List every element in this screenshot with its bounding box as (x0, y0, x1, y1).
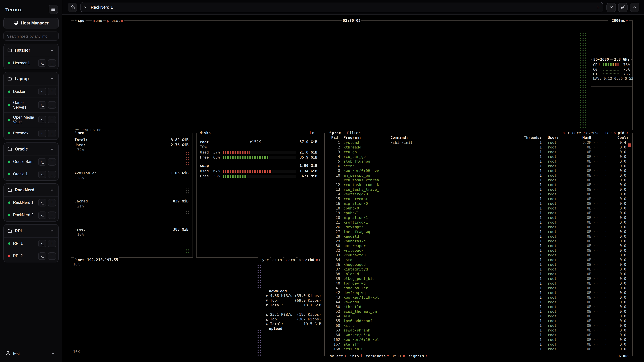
folder-header[interactable]: Hetzner (4, 44, 58, 57)
process-row[interactable]: 41edac-poller1root0B·····0.0 (327, 286, 631, 291)
tab-close-button[interactable]: × (597, 5, 600, 9)
folder-header[interactable]: Oracle (4, 143, 58, 155)
net-sync-toggle[interactable]: sync (258, 257, 270, 263)
host-menu-button[interactable]: ⋮ (48, 158, 56, 165)
process-row[interactable]: 28kauditd1root0B·····0.0 (327, 234, 631, 239)
process-row[interactable]: 44kswapd01root0B·····0.0 (327, 300, 631, 305)
process-row[interactable]: 34ksmd1root0B·····0.0 (327, 258, 631, 263)
process-row[interactable]: 40tpm_dev_wq1root0B·····0.0 (327, 281, 631, 286)
open-terminal-button[interactable]: >_ (38, 116, 46, 123)
btop-menu-button[interactable]: menu (92, 18, 103, 23)
process-row[interactable]: 43kworker/1:1H-kbl1root0B·····0.0 (327, 295, 631, 300)
process-row[interactable]: 54mld1root0B·····0.0 (327, 314, 631, 319)
proc-footer-item[interactable]: terminatet (366, 354, 389, 359)
process-row[interactable]: 10mm_percpu_wq1root0B·····0.0 (327, 173, 631, 178)
process-row[interactable]: 29khungtaskd1root0B·····0.0 (327, 239, 631, 244)
process-row[interactable]: 11rcu_tasks_kthrea1root0B·····0.0 (327, 178, 631, 183)
host-manager-button[interactable]: Host Manager (3, 18, 59, 28)
process-row[interactable]: 13rcu_tasks_trace_1root0B·····0.0 (327, 187, 631, 192)
folder-collapse-button[interactable] (48, 75, 56, 82)
process-row[interactable]: 167ata_sff1root0B·····0.0 (327, 342, 631, 347)
host-item[interactable]: Game Servers>_⋮ (4, 97, 58, 112)
folder-header[interactable]: Laptop (4, 72, 58, 85)
process-row[interactable]: 2kthreadd1root0B·····0.0 (327, 145, 631, 150)
process-row[interactable]: 168scsi_eh_01root0B·····0.0 (327, 347, 631, 351)
process-row[interactable]: 38kblockd1root0B·····0.0 (327, 272, 631, 277)
host-menu-button[interactable]: ⋮ (48, 88, 56, 95)
ssh-keys-button[interactable] (618, 2, 628, 12)
home-button[interactable] (68, 2, 77, 12)
host-menu-button[interactable]: ⋮ (48, 59, 56, 67)
host-menu-button[interactable]: ⋮ (48, 170, 56, 178)
process-row[interactable]: 55ipv6_addrconf1root0B·····0.0 (327, 319, 631, 324)
process-row[interactable]: 1systemd/sbin/init1root9.2M·····0.4 (327, 140, 631, 145)
process-row[interactable]: 64kworker/u5:01root0B·····0.0 (327, 333, 631, 338)
host-menu-button[interactable]: ⋮ (48, 252, 56, 260)
host-menu-button[interactable]: ⋮ (48, 101, 56, 109)
process-row[interactable]: 14ksoftirqd/01root0B·····0.0 (327, 192, 631, 197)
process-row[interactable]: 37kintegrityd1root0B·····0.0 (327, 267, 631, 272)
proc-reverse-toggle[interactable]: reverse (582, 130, 600, 135)
process-row[interactable]: 26kdevtmpfs1root0B·····0.0 (327, 225, 631, 230)
open-terminal-button[interactable]: >_ (38, 59, 46, 67)
host-menu-button[interactable]: ⋮ (48, 211, 56, 219)
host-menu-button[interactable]: ⋮ (48, 199, 56, 206)
process-row[interactable]: 39blkcg_punt_bio1root0B·····0.0 (327, 277, 631, 281)
folder-header[interactable]: RPI (4, 224, 58, 237)
proc-footer-item[interactable]: killk (392, 354, 405, 359)
process-row[interactable]: 6netns1root0B·····0.0 (327, 164, 631, 169)
host-item[interactable]: RackNerd 1>_⋮ (4, 196, 58, 209)
proc-filter-button[interactable]: filter (346, 130, 362, 135)
btop-preset-button[interactable]: preset● (106, 18, 124, 23)
process-row[interactable]: 33kcompactd01root0B·····0.0 (327, 253, 631, 258)
refresh-rate-control[interactable]: -2000ms+ (608, 18, 629, 23)
process-row[interactable]: 3rcu_gp1root0B·····0.0 (327, 150, 631, 155)
proc-sort-selector[interactable]: <pid> (612, 130, 630, 135)
open-terminal-button[interactable]: >_ (38, 199, 46, 206)
folder-collapse-button[interactable] (48, 46, 56, 54)
host-item[interactable]: Oracle 1>_⋮ (4, 168, 58, 180)
process-row[interactable]: 8kworker/0:0H-eve1root0B·····0.0 (327, 169, 631, 173)
tab-racknerd-1[interactable]: >_ RackNerd 1 × (80, 2, 603, 12)
net-interface-selector[interactable]: <beth0n> (298, 257, 322, 263)
process-row[interactable]: 20migration/11root0B·····0.0 (327, 216, 631, 220)
user-menu[interactable]: test (3, 347, 59, 359)
folder-header[interactable]: RackNerd (4, 184, 58, 196)
disks-io-toggle[interactable]: io (308, 130, 316, 135)
host-item[interactable]: RPI 1>_⋮ (4, 237, 58, 250)
proc-footer-item[interactable]: select↕ (330, 354, 347, 359)
folder-collapse-button[interactable] (48, 145, 56, 153)
process-row[interactable]: 12rcu_tasks_rude_k1root0B·····0.0 (327, 183, 631, 187)
open-terminal-button[interactable]: >_ (38, 101, 46, 109)
process-row[interactable]: 5slub_flushwq1root0B·····0.0 (327, 159, 631, 164)
terminal-screen[interactable]: ¹cpu menu preset● 03:30:05 -2000ms+ up 2… (69, 18, 635, 357)
open-terminal-button[interactable]: >_ (38, 240, 46, 247)
host-menu-button[interactable]: ⋮ (48, 130, 56, 137)
process-row[interactable]: 16migration/01root0B·····0.0 (327, 201, 631, 206)
scroll-up-button[interactable] (630, 2, 639, 12)
host-item[interactable]: RPI 2>_⋮ (4, 250, 58, 262)
process-row[interactable]: 21ksoftirqd/11root0B·····0.0 (327, 220, 631, 225)
proc-footer-item[interactable]: infoi (350, 354, 362, 359)
open-terminal-button[interactable]: >_ (38, 170, 46, 178)
process-row[interactable]: 60kstrp1root0B·····0.0 (327, 324, 631, 328)
host-menu-button[interactable]: ⋮ (48, 240, 56, 247)
proc-footer-shortcuts[interactable]: select↕infoiterminatetkillksignalss (329, 354, 429, 359)
host-item[interactable]: RackNerd 2>_⋮ (4, 209, 58, 221)
host-item[interactable]: Hetzner 1>_⋮ (4, 57, 58, 69)
folder-collapse-button[interactable] (48, 186, 56, 194)
process-row[interactable]: 32writeback1root0B·····0.0 (327, 248, 631, 253)
host-item[interactable]: Proxmox>_⋮ (4, 127, 58, 139)
process-row[interactable]: 36khugepaged1root0B·····0.0 (327, 263, 631, 267)
process-row[interactable]: 19cpuhp/11root0B·····0.0 (327, 211, 631, 216)
chevron-up-icon[interactable] (49, 350, 57, 357)
folder-collapse-button[interactable] (48, 227, 56, 234)
process-row[interactable]: 4rcu_par_gp1root0B·····0.0 (327, 155, 631, 159)
process-row[interactable]: 18cpuhp/01root0B·····0.0 (327, 206, 631, 211)
proc-per-core-toggle[interactable]: per-core (562, 130, 582, 135)
sidebar-menu-button[interactable] (49, 5, 58, 14)
process-row[interactable]: 15rcu_preempt1root0B·····0.0 (327, 197, 631, 201)
proc-tree-toggle[interactable]: tree (601, 130, 613, 135)
host-item[interactable]: Docker>_⋮ (4, 85, 58, 97)
proc-footer-item[interactable]: signalss (408, 354, 428, 359)
